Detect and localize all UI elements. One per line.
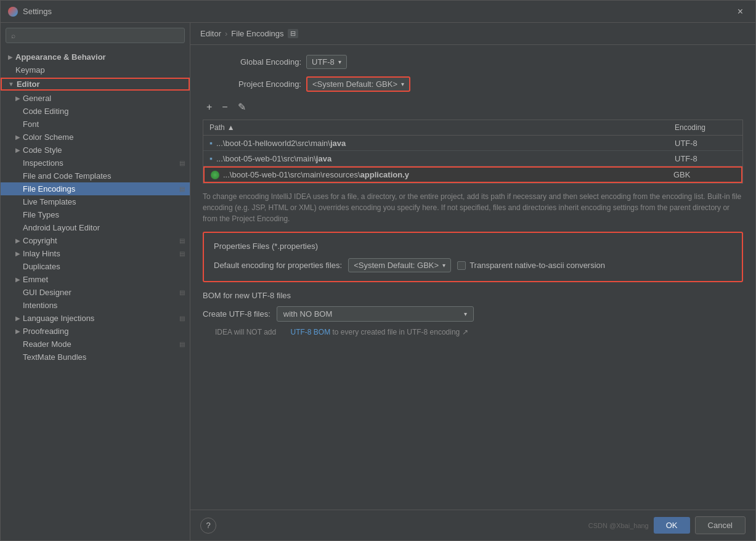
sidebar-item-label: Proofreading [23, 327, 185, 336]
encodings-table: Path ▲ Encoding ▪ ...\boot-01-helloworld… [203, 120, 743, 184]
table-row[interactable]: ...\boot-05-web-01\src\main\resources\ap… [203, 166, 742, 183]
sidebar-item-code-editing[interactable]: Code Editing [1, 105, 190, 118]
ok-button[interactable]: OK [654, 517, 690, 534]
sidebar-item-label: Emmet [23, 275, 185, 284]
search-input[interactable] [19, 31, 179, 40]
sidebar-item-inspections[interactable]: Inspections ▤ [1, 157, 190, 169]
global-encoding-dropdown[interactable]: UTF-8 ▾ [306, 55, 347, 69]
settings-icon: ▤ [179, 315, 185, 322]
edit-button[interactable]: ✎ [234, 99, 250, 115]
sidebar-item-textmate[interactable]: TextMate Bundles [1, 351, 190, 364]
table-toolbar: + − ✎ [203, 99, 743, 115]
project-encoding-dropdown[interactable]: <System Default: GBK> ▾ [306, 76, 410, 92]
transparent-conversion-checkbox[interactable]: Transparent native-to-ascii conversion [457, 261, 605, 270]
path-cell: ▪ ...\boot-01-helloworld2\src\main\java [203, 136, 669, 150]
path-cell: ▪ ...\boot-05-web-01\src\main\java [203, 151, 669, 166]
properties-section: Properties Files (*.properties) Default … [203, 232, 743, 282]
settings-icon: ▤ [179, 237, 185, 244]
breadcrumb: Editor › File Encodings ⊟ [190, 23, 755, 45]
bom-info-prefix: IDEA will NOT add [215, 328, 278, 336]
remove-button[interactable]: − [218, 99, 231, 115]
utf8-bom-link[interactable]: UTF-8 BOM [290, 328, 330, 336]
sidebar-item-language-injections[interactable]: ▶ Language Injections ▤ [1, 312, 190, 325]
help-button[interactable]: ? [200, 518, 216, 534]
path-cell: ...\boot-05-web-01\src\main\resources\ap… [205, 168, 667, 182]
sidebar-item-keymap[interactable]: Keymap [1, 63, 190, 76]
cancel-button[interactable]: Cancel [695, 516, 746, 534]
external-link-icon: ↗ [462, 328, 468, 336]
sidebar-item-color-scheme[interactable]: ▶ Color Scheme [1, 131, 190, 144]
default-encoding-label: Default encoding for properties files: [214, 261, 342, 270]
sidebar-item-label: Keymap [15, 65, 185, 75]
sidebar-item-label: File Types [23, 210, 185, 219]
sidebar-item-label: Duplicates [23, 262, 185, 271]
chevron-right-icon: ▶ [15, 328, 20, 335]
chevron-right-icon: ▶ [15, 147, 20, 153]
sidebar-item-label: Appearance & Behavior [15, 52, 185, 62]
footer-buttons: CSDN @Xbai_hang OK Cancel [588, 516, 746, 534]
project-encoding-row: Project Encoding: <System Default: GBK> … [203, 76, 743, 92]
watermark-text: CSDN @Xbai_hang [588, 522, 649, 529]
path-column-header[interactable]: Path ▲ [203, 120, 669, 135]
sidebar-item-editor[interactable]: ▼ Editor [1, 78, 190, 91]
settings-icon: ▤ [179, 185, 185, 192]
sidebar-item-file-code-templates[interactable]: File and Code Templates [1, 169, 190, 182]
add-button[interactable]: + [203, 99, 216, 115]
search-box[interactable]: ⌕ [6, 28, 185, 43]
sidebar-tree: ▶ Appearance & Behavior Keymap ▼ Editor … [1, 48, 190, 540]
search-icon: ⌕ [11, 31, 15, 40]
create-utf8-label: Create UTF-8 files: [203, 309, 270, 319]
close-button[interactable]: × [733, 4, 748, 20]
sidebar-item-file-types[interactable]: File Types [1, 208, 190, 221]
sidebar-item-proofreading[interactable]: ▶ Proofreading [1, 325, 190, 338]
breadcrumb-current: File Encodings [231, 29, 283, 38]
sidebar-item-appearance[interactable]: ▶ Appearance & Behavior [1, 51, 190, 63]
sidebar-item-android-layout[interactable]: Android Layout Editor [1, 221, 190, 234]
bom-row: Create UTF-8 files: with NO BOM ▾ [203, 306, 743, 322]
sidebar-item-general[interactable]: ▶ General [1, 92, 190, 105]
properties-encoding-dropdown[interactable]: <System Default: GBK> ▾ [348, 258, 451, 272]
sidebar-item-file-encodings[interactable]: File Encodings ▤ [1, 182, 190, 195]
sidebar: ⌕ ▶ Appearance & Behavior Keymap ▼ Edito… [1, 23, 190, 540]
table-header: Path ▲ Encoding [203, 120, 742, 136]
properties-encoding-value: <System Default: GBK> [354, 261, 439, 270]
sidebar-item-font[interactable]: Font [1, 118, 190, 131]
encoding-column-header[interactable]: Encoding [669, 120, 742, 135]
settings-icon: ▤ [179, 341, 185, 348]
sidebar-item-label: GUI Designer [23, 288, 179, 297]
sidebar-item-emmet[interactable]: ▶ Emmet [1, 273, 190, 286]
bom-title: BOM for new UTF-8 files [203, 291, 743, 300]
table-row[interactable]: ▪ ...\boot-01-helloworld2\src\main\java … [203, 136, 742, 151]
sidebar-item-code-style[interactable]: ▶ Code Style [1, 144, 190, 157]
sidebar-item-label: General [23, 94, 185, 103]
sidebar-item-live-templates[interactable]: Live Templates [1, 195, 190, 208]
sidebar-item-duplicates[interactable]: Duplicates [1, 260, 190, 273]
title-bar: Settings × [1, 1, 755, 23]
sidebar-item-intentions[interactable]: Intentions [1, 299, 190, 312]
sidebar-item-label: Reader Mode [23, 340, 179, 349]
chevron-right-icon: ▶ [15, 134, 20, 140]
sidebar-item-copyright[interactable]: ▶ Copyright ▤ [1, 234, 190, 247]
sidebar-item-label: Live Templates [23, 197, 185, 206]
chevron-right-icon: ▶ [15, 237, 20, 244]
encoding-cell: UTF-8 [669, 136, 742, 150]
sidebar-item-label: Inlay Hints [23, 249, 179, 258]
chevron-down-icon: ▾ [442, 262, 445, 269]
sidebar-item-label: File Encodings [23, 184, 179, 193]
pin-icon[interactable]: ⊟ [288, 29, 298, 38]
breadcrumb-parent: Editor [200, 29, 221, 38]
sidebar-item-reader-mode[interactable]: Reader Mode ▤ [1, 338, 190, 351]
create-utf8-dropdown[interactable]: with NO BOM ▾ [277, 306, 474, 322]
sidebar-item-gui-designer[interactable]: GUI Designer ▤ [1, 286, 190, 299]
settings-icon: ▤ [179, 250, 185, 257]
folder-icon: ▪ [209, 138, 213, 148]
sidebar-item-label: TextMate Bundles [23, 352, 185, 362]
checkbox-icon[interactable] [457, 261, 466, 270]
breadcrumb-separator: › [225, 29, 227, 38]
sidebar-item-label: Code Editing [23, 107, 185, 116]
chevron-down-icon: ▾ [338, 59, 341, 65]
file-icon [211, 171, 219, 179]
dialog-footer: ? CSDN @Xbai_hang OK Cancel [190, 510, 755, 540]
sidebar-item-inlay-hints[interactable]: ▶ Inlay Hints ▤ [1, 247, 190, 260]
table-row[interactable]: ▪ ...\boot-05-web-01\src\main\java UTF-8 [203, 151, 742, 166]
